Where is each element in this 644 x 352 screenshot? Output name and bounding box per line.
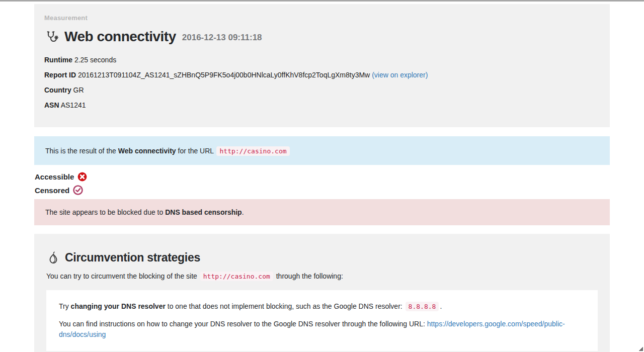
runtime-value: 2.25 seconds bbox=[74, 56, 116, 64]
top-border bbox=[0, 0, 644, 2]
line1-bold: changing your DNS resolver bbox=[71, 302, 166, 310]
country-label: Country bbox=[44, 86, 71, 94]
measurement-timestamp: 2016-12-13 09:11:18 bbox=[182, 33, 262, 43]
blocked-prefix: The site appears to be blocked due to bbox=[45, 208, 163, 216]
target-url-code: http://casino.com bbox=[216, 146, 289, 156]
dns-strategy-line1: Try changing your DNS resolver to one th… bbox=[59, 301, 585, 312]
report-id-row: Report ID 20161213T091104Z_AS1241_sZHBnQ… bbox=[44, 70, 600, 79]
view-on-explorer-link[interactable]: (view on explorer) bbox=[372, 71, 428, 79]
blocked-banner: The site appears to be blocked due to DN… bbox=[34, 199, 610, 225]
runtime-label: Runtime bbox=[44, 56, 72, 64]
measurement-metadata: Runtime 2.25 seconds Report ID 20161213T… bbox=[44, 55, 600, 110]
asn-row: ASN AS1241 bbox=[44, 101, 600, 110]
onion-icon bbox=[47, 250, 59, 265]
main-content: Measurement Web connectivity 2016-12-13 … bbox=[34, 4, 610, 352]
times-circle-icon bbox=[77, 172, 87, 182]
check-circle-icon bbox=[73, 185, 83, 195]
asn-label: ASN bbox=[44, 101, 59, 109]
section-label: Measurement bbox=[44, 14, 600, 22]
dns-resolver-code: 8.8.8.8 bbox=[406, 302, 439, 311]
intro-suffix: through the following: bbox=[276, 272, 343, 280]
line2-prefix: You can find instructions on how to chan… bbox=[59, 320, 425, 328]
asn-value: AS1241 bbox=[61, 101, 86, 109]
result-banner-text: This is the result of the Web connectivi… bbox=[45, 147, 291, 155]
country-value: GR bbox=[73, 86, 84, 94]
test-name-title: Web connectivity bbox=[64, 29, 176, 45]
accessible-label: Accessible bbox=[35, 172, 74, 181]
dns-strategy-card: Try changing your DNS resolver to one th… bbox=[46, 290, 598, 351]
result-banner: This is the result of the Web connectivi… bbox=[34, 136, 610, 165]
blocked-banner-text: The site appears to be blocked due to DN… bbox=[45, 208, 244, 216]
line1-middle: to one that does not implement blocking,… bbox=[168, 302, 403, 310]
status-section: Accessible Censored bbox=[34, 171, 610, 195]
circumvention-title-row: Circumvention strategies bbox=[47, 250, 598, 265]
blocked-suffix: . bbox=[242, 208, 244, 216]
intro-url-code: http://casino.com bbox=[200, 272, 273, 281]
report-id-label: Report ID bbox=[44, 71, 76, 79]
measurement-panel: Measurement Web connectivity 2016-12-13 … bbox=[34, 4, 610, 127]
runtime-row: Runtime 2.25 seconds bbox=[44, 55, 600, 64]
censored-label: Censored bbox=[35, 186, 69, 195]
dns-strategy-line2: You can find instructions on how to chan… bbox=[59, 319, 585, 340]
censored-status-row: Censored bbox=[35, 185, 610, 195]
measurement-title-row: Web connectivity 2016-12-13 09:11:18 bbox=[45, 29, 600, 45]
circumvention-panel: Circumvention strategies You can try to … bbox=[34, 234, 610, 352]
result-middle: for the URL bbox=[178, 147, 214, 155]
accessible-status-row: Accessible bbox=[35, 171, 610, 182]
report-id-value: 20161213T091104Z_AS1241_sZHBnQ5P9FK5o4j0… bbox=[78, 71, 370, 79]
stethoscope-icon bbox=[45, 30, 58, 43]
result-test-name: Web connectivity bbox=[118, 147, 176, 155]
circumvention-intro: You can try to circumvent the blocking o… bbox=[46, 272, 598, 281]
resize-grip-icon[interactable] bbox=[638, 346, 643, 351]
line1-suffix: . bbox=[440, 302, 442, 310]
result-prefix: This is the result of the bbox=[45, 147, 116, 155]
line1-prefix: Try bbox=[59, 302, 69, 310]
country-row: Country GR bbox=[44, 85, 600, 95]
intro-prefix: You can try to circumvent the blocking o… bbox=[46, 272, 197, 280]
circumvention-title: Circumvention strategies bbox=[65, 250, 200, 265]
blocked-reason: DNS based censorship bbox=[165, 208, 242, 216]
